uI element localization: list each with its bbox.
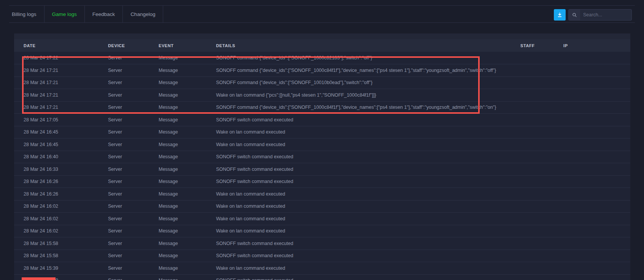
table-row: 28 Mar 24 15:39 Server Message SONOFF sw… <box>14 274 630 280</box>
cell-device: Server <box>108 101 159 114</box>
tab-feedback[interactable]: Feedback <box>85 6 123 22</box>
cell-event: Message <box>159 101 216 114</box>
cell-ip <box>563 114 630 126</box>
cell-event: Message <box>159 274 216 280</box>
search-input[interactable] <box>580 10 631 20</box>
cell-device: Server <box>108 175 159 188</box>
cell-ip <box>563 101 630 114</box>
cell-details: SONOFF switch command executed <box>216 151 520 163</box>
cell-details: SONOFF command {"device_ids":["SONOFF_10… <box>216 64 520 77</box>
table-row: 28 Mar 24 16:33 Server Message SONOFF sw… <box>14 163 630 176</box>
cell-date: 28 Mar 24 17:05 <box>14 114 108 126</box>
tab-changelog[interactable]: Changelog <box>123 6 163 22</box>
cell-event: Message <box>159 250 216 262</box>
table-row: 28 Mar 24 17:05 Server Message SONOFF sw… <box>14 114 630 126</box>
log-table-body: 28 Mar 24 17:22 Server Message SONOFF co… <box>14 52 630 280</box>
table-row: 28 Mar 24 17:22 Server Message SONOFF co… <box>14 52 630 64</box>
cell-ip <box>563 76 630 89</box>
download-icon <box>557 12 563 18</box>
cell-device: Server <box>108 114 159 126</box>
cell-device: Server <box>108 237 159 250</box>
cell-details: SONOFF switch command executed <box>216 237 520 250</box>
cell-device: Server <box>108 188 159 200</box>
cell-date: 28 Mar 24 16:45 <box>14 138 108 151</box>
cell-event: Message <box>159 188 216 200</box>
column-header-device: DEVICE <box>108 39 159 52</box>
cell-staff <box>520 151 563 163</box>
log-table-card: DATE DEVICE EVENT DETAILS STAFF IP 28 Ma… <box>14 33 630 280</box>
cell-staff <box>520 126 563 138</box>
cell-staff <box>520 175 563 188</box>
column-header-details: DETAILS <box>216 39 520 52</box>
cell-details: Wake on lan command executed <box>216 200 520 213</box>
cell-staff <box>520 64 563 77</box>
cell-ip <box>563 151 630 163</box>
cell-event: Message <box>159 175 216 188</box>
cell-staff <box>520 262 563 275</box>
cell-staff <box>520 250 563 262</box>
cell-event: Message <box>159 237 216 250</box>
cell-details: SONOFF switch command executed <box>216 114 520 126</box>
cell-date: 28 Mar 24 16:26 <box>14 188 108 200</box>
cell-date: 28 Mar 24 16:02 <box>14 213 108 225</box>
cell-device: Server <box>108 138 159 151</box>
cell-ip <box>563 52 630 64</box>
cell-event: Message <box>159 138 216 151</box>
cell-staff <box>520 101 563 114</box>
table-row: 28 Mar 24 16:02 Server Message Wake on l… <box>14 213 630 225</box>
cell-event: Message <box>159 200 216 213</box>
cell-ip <box>563 250 630 262</box>
cell-details: SONOFF command {"device_ids":["SONOFF_10… <box>216 101 520 114</box>
cell-details: SONOFF switch command executed <box>216 250 520 262</box>
cell-ip <box>563 138 630 151</box>
cell-date: 28 Mar 24 15:58 <box>14 250 108 262</box>
table-row: 28 Mar 24 17:21 Server Message SONOFF co… <box>14 64 630 77</box>
cell-ip <box>563 237 630 250</box>
cell-date: 28 Mar 24 17:21 <box>14 101 108 114</box>
cell-staff <box>520 188 563 200</box>
cell-date: 28 Mar 24 16:45 <box>14 126 108 138</box>
cell-event: Message <box>159 151 216 163</box>
search-icon <box>569 10 580 20</box>
cell-ip <box>563 262 630 275</box>
cell-ip <box>563 126 630 138</box>
cell-details: Wake on lan command executed <box>216 213 520 225</box>
cell-date: 28 Mar 24 17:21 <box>14 76 108 89</box>
cell-staff <box>520 213 563 225</box>
download-button[interactable] <box>554 9 566 21</box>
cell-ip <box>563 225 630 237</box>
cell-ip <box>563 89 630 102</box>
tab-billing-logs[interactable]: Billing logs <box>9 6 45 22</box>
cell-device: Server <box>108 52 159 64</box>
cell-ip <box>563 163 630 176</box>
cell-device: Server <box>108 262 159 275</box>
cell-date: 28 Mar 24 16:26 <box>14 175 108 188</box>
cell-date: 28 Mar 24 15:58 <box>14 237 108 250</box>
cell-device: Server <box>108 89 159 102</box>
cell-event: Message <box>159 114 216 126</box>
cell-device: Server <box>108 225 159 237</box>
table-row: 28 Mar 24 15:39 Server Message Wake on l… <box>14 262 630 275</box>
cell-staff <box>520 114 563 126</box>
cell-ip <box>563 64 630 77</box>
cell-event: Message <box>159 76 216 89</box>
cell-date: 28 Mar 24 15:39 <box>14 274 108 280</box>
cell-staff <box>520 200 563 213</box>
table-row: 28 Mar 24 16:02 Server Message Wake on l… <box>14 225 630 237</box>
cell-details: Wake on lan command executed <box>216 225 520 237</box>
table-row: 28 Mar 24 16:40 Server Message SONOFF sw… <box>14 151 630 163</box>
cell-staff <box>520 274 563 280</box>
cell-details: Wake on lan command executed <box>216 262 520 275</box>
cell-date: 28 Mar 24 16:40 <box>14 151 108 163</box>
cell-device: Server <box>108 250 159 262</box>
column-header-date: DATE <box>14 39 108 52</box>
table-row: 28 Mar 24 17:21 Server Message Wake on l… <box>14 89 630 102</box>
cell-details: SONOFF switch command executed <box>216 175 520 188</box>
search-box <box>568 9 632 21</box>
cell-device: Server <box>108 163 159 176</box>
tab-game-logs[interactable]: Game logs <box>45 6 85 22</box>
table-row: 28 Mar 24 16:26 Server Message SONOFF sw… <box>14 175 630 188</box>
table-row: 28 Mar 24 16:26 Server Message Wake on l… <box>14 188 630 200</box>
cell-date: 28 Mar 24 15:39 <box>14 262 108 275</box>
table-row: 28 Mar 24 15:58 Server Message SONOFF sw… <box>14 237 630 250</box>
